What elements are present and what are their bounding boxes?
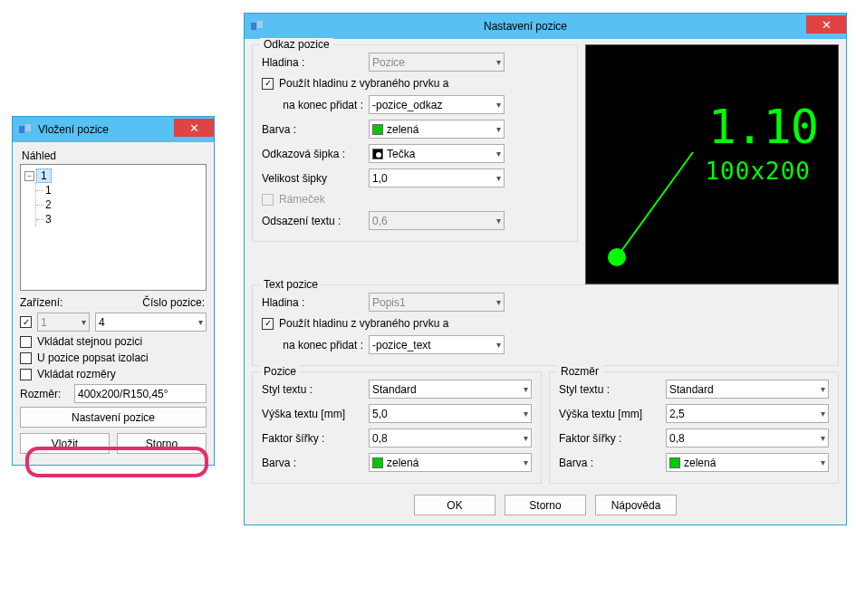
layer-select[interactable]: Pozice▾ [369,53,505,72]
frame-label: Rámeček [279,193,325,206]
text-offset-select[interactable]: 0,6▾ [369,211,505,230]
use-layer-checkbox[interactable] [262,78,274,90]
position-number-select[interactable]: 4▾ [95,313,207,332]
chevron-down-icon: ▾ [496,173,501,183]
cancel-button[interactable]: Storno [117,433,207,454]
chevron-down-icon: ▾ [198,317,203,327]
app-icon [18,122,33,137]
position-settings-button[interactable]: Nastavení pozice [20,407,207,428]
insert-button[interactable]: Vložit [20,433,110,454]
tree-item[interactable]: 3 [43,212,202,226]
chevron-down-icon: ▾ [496,100,501,110]
layer-label: Hladina : [262,56,369,69]
chevron-down-icon: ▾ [524,457,528,467]
tree-root[interactable]: 1 [36,168,52,183]
same-position-label: Vkládat stejnou pozici [37,335,142,348]
use-layer-checkbox[interactable] [262,318,274,330]
arrow-size-select[interactable]: 1,0▾ [369,168,505,188]
cancel-button[interactable]: Storno [505,495,586,515]
color-select[interactable]: zelená▾ [666,453,829,472]
chevron-down-icon: ▾ [496,124,501,134]
svg-line-4 [617,152,693,257]
text-style-label: Styl textu : [262,383,369,396]
tree-item[interactable]: 1 [43,183,202,197]
describe-isolation-label: U pozice popsat izolaci [37,351,149,364]
same-position-checkbox[interactable] [20,336,32,348]
text-position-group: Text pozice Hladina : Popis1▾ Použít hla… [252,284,839,366]
group-legend: Odkaz pozice [260,38,333,51]
svg-point-5 [608,248,626,266]
text-height-select[interactable]: 2,5▾ [666,404,829,423]
position-style-group: Pozice Styl textu :Standard▾ Výška textu… [252,371,542,484]
svg-rect-0 [19,126,24,133]
preview-pane: 1.10 100x200 [585,44,839,284]
group-legend: Pozice [260,365,300,378]
svg-rect-3 [257,21,263,28]
device-checkbox[interactable] [20,316,32,328]
layer-select[interactable]: Popis1▾ [369,293,505,312]
insert-dimensions-label: Vkládat rozměry [37,368,116,380]
color-swatch-icon [372,124,383,135]
color-select[interactable]: zelená▾ [369,120,505,139]
use-layer-label: Použít hladinu z vybraného prvku a [279,77,448,90]
width-factor-label: Faktor šířky : [262,432,369,445]
tree-view[interactable]: − 1 1 2 3 [20,164,207,291]
titlebar[interactable]: Vložení pozice ✕ [13,117,214,142]
svg-rect-1 [25,124,31,131]
chevron-down-icon: ▾ [821,384,825,394]
use-layer-label: Použít hladinu z vybraného prvku a [279,317,448,330]
layer-label: Hladina : [262,296,369,309]
group-legend: Text pozice [260,278,322,291]
position-number-label: Číslo pozice: [78,296,207,309]
device-label: Zařízení: [20,296,72,309]
chevron-down-icon: ▾ [524,433,528,443]
text-style-select[interactable]: Standard▾ [369,380,532,399]
tree-item[interactable]: 2 [43,197,202,212]
chevron-down-icon: ▾ [82,317,86,327]
preview-dimension: 100x200 [705,158,811,185]
describe-isolation-checkbox[interactable] [20,352,32,364]
chevron-down-icon: ▾ [821,433,825,443]
window-title: Nastavení pozice [270,20,806,33]
reference-group: Odkaz pozice Hladina : Pozice▾ Použít hl… [252,44,578,242]
arrow-label: Odkazová šipka : [262,148,369,160]
chevron-down-icon: ▾ [524,384,528,394]
svg-rect-2 [251,23,256,30]
color-label: Barva : [262,123,369,136]
append-label: na konec přidat : [262,99,369,111]
tree-label: Náhled [22,149,207,162]
color-select[interactable]: zelená▾ [369,453,532,472]
append-select[interactable]: -pozice_text▾ [369,335,505,354]
text-style-label: Styl textu : [559,383,666,396]
text-style-select[interactable]: Standard▾ [666,380,829,399]
chevron-down-icon: ▾ [524,409,528,419]
collapse-icon[interactable]: − [24,171,34,181]
dot-icon [372,149,383,159]
append-label: na konec přidat : [262,339,369,351]
text-height-select[interactable]: 5,0▾ [369,404,532,423]
width-factor-label: Faktor šířky : [559,432,666,445]
color-label: Barva : [559,457,666,469]
preview-position-number: 1.10 [708,100,818,154]
insert-position-window: Vložení pozice ✕ Náhled − 1 1 2 3 Zaříze… [12,116,215,466]
chevron-down-icon: ▾ [821,457,825,467]
dimension-style-group: Rozměr Styl textu :Standard▾ Výška textu… [549,371,839,484]
width-factor-select[interactable]: 0,8▾ [369,428,532,448]
titlebar[interactable]: Nastavení pozice ✕ [245,14,846,39]
position-settings-window: Nastavení pozice ✕ Odkaz pozice Hladina … [244,13,847,525]
width-factor-select[interactable]: 0,8▾ [666,428,829,448]
app-icon [250,19,264,34]
ok-button[interactable]: OK [414,495,495,515]
group-legend: Rozměr [557,365,602,378]
help-button[interactable]: Nápověda [595,495,677,515]
close-button[interactable]: ✕ [174,119,214,137]
close-button[interactable]: ✕ [806,15,846,34]
insert-dimensions-checkbox[interactable] [20,369,32,380]
device-select[interactable]: 1▾ [37,313,90,332]
arrow-select[interactable]: Tečka▾ [369,144,505,163]
arrow-size-label: Velikost šipky [262,172,369,185]
dimension-input[interactable]: 400x200/R150,45° [74,384,207,403]
append-select[interactable]: -pozice_odkaz▾ [369,95,505,114]
chevron-down-icon: ▾ [496,149,501,159]
chevron-down-icon: ▾ [821,409,825,419]
